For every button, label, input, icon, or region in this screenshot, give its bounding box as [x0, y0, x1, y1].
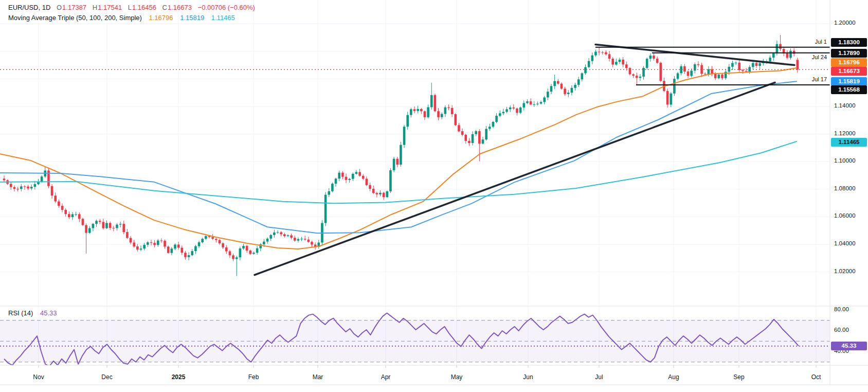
rsi-indicator-legend-row[interactable]: RSI (14) 45.33	[8, 309, 57, 317]
price-axis-label: 1.12000	[834, 130, 856, 136]
ma100-badge: 1.15819	[831, 77, 867, 86]
high-value: 1.17541	[98, 4, 122, 11]
price-axis-label: 1.04000	[834, 240, 856, 246]
ma50-badge: 1.16796	[831, 58, 867, 67]
close-label: C	[162, 4, 167, 11]
price-axis-label: 1.14000	[834, 102, 856, 109]
rsi-value: 45.33	[40, 309, 57, 317]
ma-line-100	[0, 81, 797, 233]
candlestick-series	[3, 35, 799, 276]
rsi-axis-label: 60.00	[834, 327, 849, 333]
month-label-sep[interactable]: Sep	[724, 373, 754, 381]
symbol-legend-row[interactable]: EUR/USD, 1D O1.17387 H1.17541 L1.16456 C…	[8, 4, 255, 11]
open-value: 1.17387	[62, 4, 86, 11]
rsi-axis-label: 80.00	[834, 306, 849, 312]
month-label-apr[interactable]: Apr	[370, 373, 401, 381]
price-axis-label: 1.08000	[834, 185, 856, 191]
ma-line-200	[0, 141, 797, 203]
month-label-feb[interactable]: Feb	[238, 373, 269, 381]
high-label: H	[93, 4, 97, 11]
month-label-aug[interactable]: Aug	[658, 373, 689, 381]
price-axis-label: 1.20000	[834, 20, 856, 26]
ascending-trendline[interactable]	[255, 82, 775, 275]
change-value: −0.00706 (−0.60%)	[198, 4, 255, 11]
price-axis-label: 1.06000	[834, 212, 856, 219]
month-label-may[interactable]: May	[441, 373, 472, 381]
ma50-value: 1.16796	[149, 14, 173, 22]
ma100-value: 1.15819	[180, 14, 204, 22]
price-axis-label: 1.10000	[834, 157, 856, 164]
month-label-oct[interactable]: Oct	[801, 373, 831, 381]
chart-canvas[interactable]	[0, 0, 868, 392]
trading-chart: EUR/USD, 1D O1.17387 H1.17541 L1.16456 C…	[0, 0, 868, 392]
open-label: O	[57, 4, 62, 11]
level-jul24-badge: 1.17890	[831, 49, 867, 58]
rsi-indicator-title: RSI (14)	[8, 309, 33, 317]
rsi-value-badge: 45.33	[831, 342, 867, 350]
ma200-badge: 1.11465	[831, 138, 867, 147]
level-jul17-badge: 1.15568	[831, 85, 867, 94]
symbol-title: EUR/USD, 1D	[8, 4, 50, 11]
month-label-dec[interactable]: Dec	[92, 373, 122, 381]
ma-indicator-legend-row[interactable]: Moving Average Triple (50, 100, 200, Sim…	[8, 14, 235, 22]
month-label-mar[interactable]: Mar	[302, 373, 333, 381]
plot-area[interactable]	[0, 0, 830, 366]
ma-indicator-title: Moving Average Triple (50, 100, 200, Sim…	[8, 14, 142, 22]
low-value: 1.16456	[132, 4, 156, 11]
date-marker-label: Jul 24	[812, 54, 827, 60]
month-label-jun[interactable]: Jun	[513, 373, 544, 381]
date-marker-label: Jul 17	[812, 76, 827, 82]
month-label-2025[interactable]: 2025	[163, 373, 194, 381]
price-axis-label: 1.02000	[834, 268, 856, 274]
date-marker-label: Jul 1	[815, 39, 827, 45]
month-label-nov[interactable]: Nov	[23, 373, 54, 381]
month-label-jul[interactable]: Jul	[584, 373, 614, 381]
level-jul1-badge: 1.18300	[831, 38, 867, 47]
ma200-value: 1.11465	[211, 14, 235, 22]
low-label: L	[128, 4, 132, 11]
close-value: 1.16673	[168, 4, 192, 11]
last-price-badge: 1.16673	[831, 67, 867, 76]
